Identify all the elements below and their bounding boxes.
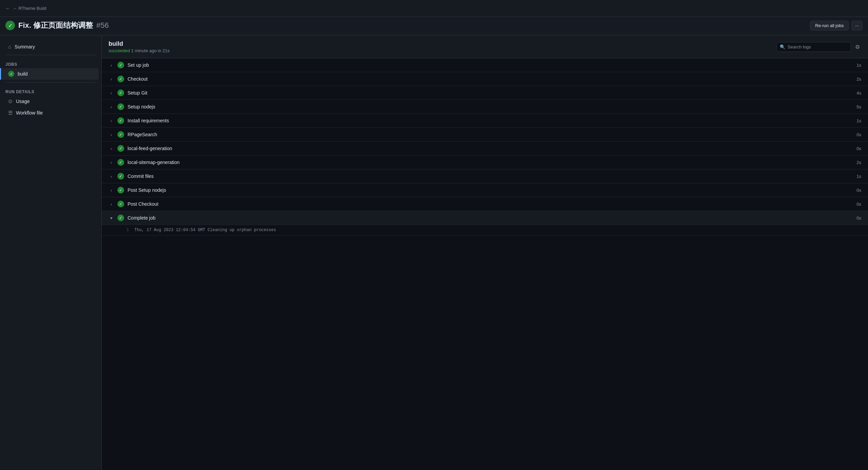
- step-name: Post Setup nodejs: [128, 187, 853, 193]
- step-row[interactable]: ›✓Install requirements1s: [102, 114, 868, 128]
- build-header: build succeeded 1 minute ago in 21s 🔍 ⚙: [102, 36, 868, 58]
- step-name: Setup Git: [128, 90, 853, 96]
- sidebar-item-usage[interactable]: ⊙ Usage: [3, 96, 99, 107]
- step-row[interactable]: ›✓RPageSearch0s: [102, 128, 868, 142]
- step-name: Commit files: [128, 173, 853, 179]
- step-row[interactable]: ›✓Setup Git4s: [102, 86, 868, 100]
- log-line-content: Thu, 17 Aug 2023 12:04:54 GMT Cleaning u…: [134, 228, 276, 232]
- step-chevron-icon: ›: [109, 63, 114, 68]
- sidebar-divider-1: [5, 55, 96, 55]
- top-bar-title: ← RTheme Build: [13, 6, 46, 11]
- back-arrow[interactable]: ←: [5, 6, 10, 11]
- build-status: succeeded: [109, 48, 130, 53]
- title-left: ✓ Fix. 修正页面结构调整 #56: [5, 20, 109, 30]
- usage-label: Usage: [16, 99, 30, 104]
- build-job-label: build: [18, 71, 28, 77]
- step-name: local-feed-generation: [128, 146, 853, 151]
- sidebar-divider-2: [5, 82, 96, 83]
- step-success-icon: ✓: [117, 187, 124, 193]
- step-success-icon: ✓: [117, 117, 124, 124]
- build-success-icon: ✓: [8, 71, 14, 77]
- run-details-label: Run details: [0, 85, 101, 96]
- sidebar-item-summary[interactable]: ⌂ Summary: [3, 41, 99, 52]
- step-name: Setup nodejs: [128, 104, 853, 109]
- log-settings-button[interactable]: ⚙: [854, 42, 861, 52]
- step-time: 0s: [856, 132, 861, 137]
- step-name: RPageSearch: [128, 132, 853, 137]
- step-time: 0s: [856, 202, 861, 207]
- step-time: 2s: [856, 160, 861, 165]
- step-success-icon: ✓: [117, 201, 124, 207]
- workflow-file-label: Workflow file: [16, 110, 43, 116]
- title-actions: Re-run all jobs ···: [810, 21, 863, 30]
- step-chevron-icon: ›: [109, 104, 114, 109]
- step-row[interactable]: ▾✓Complete job0s: [102, 211, 868, 225]
- build-time-ago: 1 minute ago in: [131, 48, 163, 53]
- build-duration: 21s: [162, 48, 170, 53]
- search-logs-input[interactable]: [776, 42, 851, 52]
- step-success-icon: ✓: [117, 214, 124, 221]
- step-time: 1s: [856, 118, 861, 123]
- step-chevron-icon: ›: [109, 146, 114, 151]
- step-chevron-icon: ›: [109, 132, 114, 137]
- step-chevron-icon: ▾: [109, 216, 114, 221]
- layout: ⌂ Summary Jobs ✓ build Run details ⊙ Usa…: [0, 36, 868, 470]
- build-info: build succeeded 1 minute ago in 21s: [109, 40, 170, 53]
- step-success-icon: ✓: [117, 76, 124, 82]
- home-icon: ⌂: [8, 44, 11, 49]
- more-options-button[interactable]: ···: [851, 21, 863, 30]
- step-row[interactable]: ›✓Setup nodejs5s: [102, 100, 868, 114]
- step-row[interactable]: ›✓Set up job1s: [102, 58, 868, 72]
- step-row[interactable]: ›✓Post Checkout0s: [102, 197, 868, 211]
- step-row[interactable]: ›✓local-sitemap-generation2s: [102, 156, 868, 169]
- main-content: build succeeded 1 minute ago in 21s 🔍 ⚙ …: [102, 36, 868, 470]
- step-row[interactable]: ›✓Commit files1s: [102, 169, 868, 183]
- step-name: Set up job: [128, 62, 853, 68]
- usage-icon: ⊙: [8, 98, 13, 104]
- step-name: Install requirements: [128, 118, 853, 123]
- step-success-icon: ✓: [117, 159, 124, 166]
- log-line-number: 1: [122, 228, 129, 232]
- run-number: #56: [96, 21, 109, 30]
- top-bar-left: ← ← RTheme Build: [5, 6, 46, 11]
- step-time: 0s: [856, 188, 861, 193]
- step-success-icon: ✓: [117, 89, 124, 96]
- step-chevron-icon: ›: [109, 160, 114, 165]
- step-success-icon: ✓: [117, 62, 124, 68]
- sidebar-item-workflow-file[interactable]: ☰ Workflow file: [3, 107, 99, 119]
- step-success-icon: ✓: [117, 131, 124, 138]
- step-name: local-sitemap-generation: [128, 160, 853, 165]
- workflow-file-icon: ☰: [8, 110, 13, 116]
- search-area: 🔍 ⚙: [776, 42, 861, 52]
- log-line: 1Thu, 17 Aug 2023 12:04:54 GMT Cleaning …: [122, 228, 861, 232]
- step-time: 0s: [856, 146, 861, 151]
- step-time: 1s: [856, 63, 861, 68]
- search-icon: 🔍: [780, 44, 785, 49]
- search-input-wrap: 🔍: [776, 42, 851, 52]
- step-chevron-icon: ›: [109, 202, 114, 207]
- title-row: ✓ Fix. 修正页面结构调整 #56 Re-run all jobs ···: [0, 17, 868, 36]
- step-chevron-icon: ›: [109, 118, 114, 123]
- step-time: 2s: [856, 77, 861, 82]
- step-time: 0s: [856, 216, 861, 221]
- step-row[interactable]: ›✓Checkout2s: [102, 72, 868, 86]
- log-section: 1Thu, 17 Aug 2023 12:04:54 GMT Cleaning …: [102, 225, 868, 236]
- step-chevron-icon: ›: [109, 188, 114, 193]
- run-success-icon: ✓: [5, 21, 15, 30]
- step-success-icon: ✓: [117, 103, 124, 110]
- build-title: build: [109, 40, 170, 47]
- step-time: 4s: [856, 90, 861, 96]
- top-bar: ← ← RTheme Build: [0, 0, 868, 17]
- step-row[interactable]: ›✓Post Setup nodejs0s: [102, 183, 868, 197]
- step-success-icon: ✓: [117, 173, 124, 180]
- step-name: Checkout: [128, 76, 853, 82]
- step-chevron-icon: ›: [109, 77, 114, 82]
- jobs-section-label: Jobs: [0, 58, 101, 68]
- step-chevron-icon: ›: [109, 174, 114, 179]
- sidebar-item-build[interactable]: ✓ build: [0, 68, 99, 80]
- rerun-all-jobs-button[interactable]: Re-run all jobs: [810, 21, 849, 30]
- step-chevron-icon: ›: [109, 90, 114, 96]
- step-time: 1s: [856, 174, 861, 179]
- step-row[interactable]: ›✓local-feed-generation0s: [102, 142, 868, 156]
- summary-label: Summary: [15, 44, 35, 49]
